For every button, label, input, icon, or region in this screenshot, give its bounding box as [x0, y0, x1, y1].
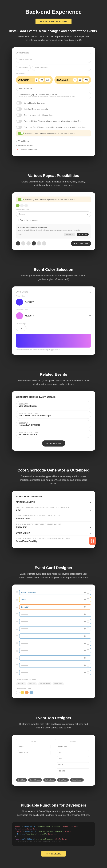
- drag-handle-icon[interactable]: [16, 664, 18, 666]
- designer-row[interactable]: [16, 611, 91, 618]
- visibility-checkbox[interactable]: [87, 635, 89, 637]
- top-designer-tag[interactable]: Status Reason: [70, 778, 83, 781]
- designer-row[interactable]: [16, 669, 91, 676]
- drag-handle-icon[interactable]: [16, 643, 18, 644]
- repeat-toggle[interactable]: [18, 132, 24, 135]
- hide-icon[interactable]: —: [86, 758, 88, 760]
- step-2[interactable]: 2: [20, 204, 24, 207]
- top-designer-item[interactable]: Time ...—: [57, 756, 89, 761]
- hide-icon[interactable]: —: [86, 746, 88, 747]
- primary-plus-icon[interactable]: +: [89, 300, 91, 304]
- allday-toggle[interactable]: [16, 120, 22, 123]
- drag-handle-icon[interactable]: [16, 599, 18, 600]
- start-hour[interactable]: 6: [35, 78, 38, 82]
- dot-4[interactable]: [32, 241, 36, 245]
- visibility-checkbox[interactable]: [87, 642, 89, 645]
- drag-handle-icon[interactable]: [16, 672, 18, 673]
- visibility-checkbox[interactable]: [87, 620, 89, 623]
- hide-icon[interactable]: —: [47, 752, 49, 753]
- yearlong-toggle[interactable]: [16, 126, 22, 129]
- color-dot-icon[interactable]: [84, 606, 86, 608]
- designer-row[interactable]: Location: [16, 603, 91, 611]
- end-min[interactable]: 00: [78, 78, 82, 82]
- unused-field-pill[interactable]: Repeat ...: [16, 682, 26, 685]
- start-date-box[interactable]: 6 00 AM: [16, 76, 53, 84]
- repeat-card-toggle[interactable]: [18, 198, 24, 201]
- colorpick-orange[interactable]: [25, 691, 29, 694]
- dot-2[interactable]: [21, 241, 25, 245]
- top-designer-item[interactable]: FULN—: [57, 762, 89, 767]
- health-label[interactable]: Health Guidelines: [19, 144, 33, 146]
- designer-row[interactable]: Event Organizer: [16, 589, 91, 596]
- designer-row[interactable]: [16, 654, 91, 661]
- try-backend-button[interactable]: TRY BACKEND: [42, 851, 65, 857]
- drag-handle-icon[interactable]: [16, 635, 18, 637]
- angle-input[interactable]: 0: [16, 326, 26, 331]
- dot-5[interactable]: [37, 241, 41, 245]
- colors-collapse-icon[interactable]: ⌄: [89, 290, 91, 293]
- collapse-icon[interactable]: ⌄: [89, 51, 91, 54]
- sc-field-value[interactable]: Show limit⌄: [16, 526, 91, 530]
- start-ampm[interactable]: AM: [45, 78, 50, 82]
- shortcode-fab[interactable]: { }: [89, 537, 97, 545]
- drag-handle-icon[interactable]: [16, 621, 18, 622]
- colorpick-blue[interactable]: [30, 691, 33, 694]
- sc-field-value[interactable]: Event Cut-off⌄: [16, 532, 91, 536]
- related-event-row[interactable]: 2020/12/08Wild Wood Escape: [16, 401, 91, 409]
- dot-1[interactable]: [16, 241, 20, 245]
- start-date-input[interactable]: [18, 79, 32, 81]
- hide-icon[interactable]: —: [86, 752, 88, 753]
- hide-icon[interactable]: —: [86, 770, 88, 772]
- visibility-checkbox[interactable]: [87, 598, 89, 601]
- sc-field-value[interactable]: MAIN CALENDAR⌄: [16, 501, 91, 505]
- color-dot-icon[interactable]: [84, 664, 86, 666]
- unused-field-pill[interactable]: Get Directions: [38, 682, 52, 685]
- secondary-plus-icon[interactable]: +: [89, 314, 91, 317]
- no-end-toggle[interactable]: [16, 101, 22, 104]
- color-dot-icon[interactable]: [84, 614, 86, 615]
- end-hour[interactable]: 6: [73, 78, 77, 82]
- designer-row[interactable]: Time: [16, 596, 91, 603]
- top-designer-item[interactable]: Title—: [57, 750, 89, 755]
- virtual-event-label[interactable]: Virtual Event: [19, 140, 29, 142]
- end-date-input[interactable]: [57, 79, 71, 81]
- visibility-checkbox[interactable]: [87, 671, 89, 674]
- dot-3[interactable]: [26, 241, 31, 245]
- visibility-checkbox[interactable]: [87, 591, 89, 593]
- unused-field-pill[interactable]: Learn More: [53, 682, 64, 685]
- top-designer-item[interactable]: Below Title—: [57, 744, 89, 749]
- sc-field-value[interactable]: Open EventCard By⌄: [16, 540, 91, 544]
- top-designer-item[interactable]: Day of ...—: [18, 744, 50, 749]
- end-ampm[interactable]: AM: [83, 78, 89, 82]
- top-designer-tag[interactable]: Event Tags: [16, 778, 27, 781]
- drag-handle-icon[interactable]: [16, 606, 18, 608]
- hide-icon[interactable]: —: [86, 764, 88, 766]
- related-event-row[interactable]: 2020/11/13KALANI AT KITCHEN: [16, 420, 91, 428]
- save-changes-button[interactable]: SAVE CHANGES: [42, 440, 65, 446]
- repeat-type-select[interactable]: Custom⌄: [16, 212, 91, 217]
- secondary-swatch[interactable]: [16, 312, 23, 319]
- visibility-checkbox[interactable]: [87, 627, 89, 630]
- visibility-checkbox[interactable]: [87, 657, 89, 659]
- step-1[interactable]: 1: [16, 204, 20, 207]
- sc-field-value[interactable]: ABC⌄: [16, 509, 91, 513]
- colorpick-white[interactable]: [16, 691, 20, 694]
- see-backend-button[interactable]: SEE BACKEND IN ACTION: [35, 19, 72, 24]
- designer-row[interactable]: [16, 618, 91, 625]
- primary-swatch[interactable]: [16, 299, 23, 306]
- drag-handle-icon[interactable]: [16, 650, 18, 652]
- visibility-checkbox[interactable]: [87, 606, 89, 608]
- drag-handle-icon[interactable]: [16, 591, 18, 593]
- drag-handle-icon[interactable]: [16, 628, 18, 630]
- color-dot-icon[interactable]: [84, 599, 86, 600]
- step-3[interactable]: 3: [24, 204, 28, 207]
- designer-row[interactable]: [16, 632, 91, 640]
- sc-field-value[interactable]: Select a Type⌄: [16, 517, 91, 522]
- end-date-box[interactable]: 6 00 AM: [54, 76, 91, 84]
- drag-handle-icon[interactable]: [16, 657, 18, 659]
- related-event-row[interactable]: 2020/11/14 - 2020/11/19#STATE • LEGACY: [16, 430, 91, 438]
- location-label[interactable]: Location and Venue: [20, 149, 37, 151]
- color-dot-icon[interactable]: [84, 628, 86, 629]
- designer-row[interactable]: [16, 625, 91, 632]
- color-dot-icon[interactable]: [84, 636, 86, 637]
